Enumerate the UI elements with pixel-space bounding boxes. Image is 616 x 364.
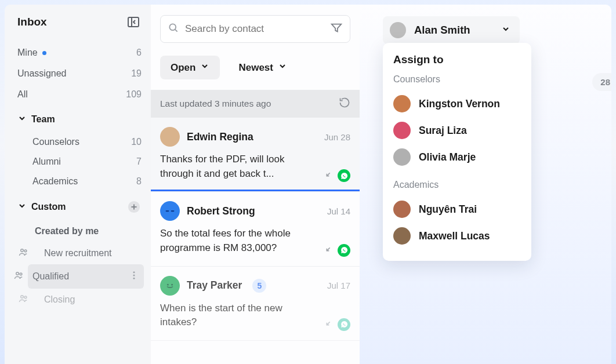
face-icon — [165, 282, 175, 289]
sidebar-section-custom[interactable]: Custom — [17, 192, 144, 219]
sidebar-filter-mine[interactable]: Mine 6 — [17, 43, 144, 63]
team-label: Academics — [32, 176, 78, 187]
sidebar-filter-all[interactable]: All 109 — [17, 85, 144, 104]
avatar — [160, 276, 180, 296]
dropdown-section-label: Academics — [393, 180, 521, 190]
incoming-arrow-icon — [324, 170, 333, 181]
incoming-arrow-icon — [324, 245, 333, 256]
conversation-row[interactable]: Tray Parker 5 Jul 17 When is the start o… — [151, 267, 360, 341]
avatar — [393, 148, 411, 166]
face-icon — [165, 208, 175, 214]
chevron-down-icon — [278, 61, 287, 74]
sidebar-filter-unassigned[interactable]: Unassigned 19 — [17, 64, 144, 83]
conversation-list: Open Newest Last updated 3 minutes ago E… — [151, 5, 360, 364]
section-label: Custom — [31, 202, 66, 212]
incoming-arrow-icon — [324, 319, 333, 330]
sidebar-team-counselors[interactable]: Counselors 10 — [32, 132, 144, 152]
whatsapp-icon — [338, 318, 350, 331]
sidebar-custom-new-recruitment[interactable]: New recruitment — [32, 242, 144, 264]
person-name: Maxwell Lucas — [419, 230, 490, 242]
status-filter-open[interactable]: Open — [160, 56, 220, 79]
filter-label: All — [17, 89, 28, 100]
sidebar-custom-closing[interactable]: Closing — [32, 289, 144, 311]
conversation-row[interactable]: Edwin Regina Jun 28 Thanks for the PDF, … — [151, 118, 360, 192]
conversation-date: Jul 14 — [327, 206, 350, 216]
more-icon[interactable] — [129, 270, 139, 283]
svg-point-13 — [24, 296, 27, 299]
assign-option[interactable]: Maxwell Lucas — [393, 223, 521, 249]
inbox-title: Inbox — [17, 16, 47, 28]
filter-count: 19 — [131, 68, 142, 79]
conversation-date: Jun 28 — [324, 132, 350, 142]
team-label: Alumni — [32, 156, 61, 167]
person-name: Kingston Vernon — [419, 98, 500, 110]
filter-icon[interactable] — [330, 21, 343, 37]
avatar — [393, 95, 411, 112]
add-custom-icon[interactable] — [128, 201, 140, 213]
sidebar-team-academics[interactable]: Academics 8 — [32, 172, 144, 191]
search-input-container[interactable] — [160, 15, 350, 43]
unread-indicator-icon — [42, 51, 46, 55]
svg-point-12 — [21, 296, 24, 299]
chevron-down-icon — [17, 201, 27, 213]
conversation-name: Robert Strong — [187, 205, 255, 217]
section-label: Team — [31, 114, 55, 125]
conversation-date: Jul 17 — [327, 281, 350, 290]
svg-point-5 — [21, 249, 24, 252]
sidebar: Inbox Mine 6 Unassigned 19 All 109 — [5, 5, 151, 364]
assign-option[interactable]: Nguyên Trai — [393, 196, 521, 223]
avatar — [393, 227, 411, 245]
team-label: Counselors — [32, 137, 79, 147]
conversation-detail-area: Alan Smith Assign to Counselors Kingston… — [360, 5, 611, 364]
sidebar-section-team[interactable]: Team — [17, 105, 144, 131]
svg-point-11 — [133, 278, 135, 279]
sort-filter-newest[interactable]: Newest — [228, 56, 298, 79]
person-name: Olivia Marje — [419, 151, 476, 163]
conversation-preview: Thanks for the PDF, will look through it… — [160, 152, 350, 181]
conversation-preview: So the total fees for the whole programm… — [160, 227, 350, 255]
assign-option[interactable]: Suraj Liza — [393, 117, 521, 144]
svg-point-19 — [171, 283, 173, 285]
person-name: Suraj Liza — [419, 125, 467, 137]
whatsapp-icon — [338, 169, 350, 182]
conversation-preview: When is the start of the new intakes? — [160, 301, 350, 330]
search-input[interactable] — [185, 23, 324, 35]
date-pill: 28 — [592, 73, 611, 91]
avatar — [393, 201, 411, 218]
sidebar-team-alumni[interactable]: Alumni 7 — [32, 152, 144, 172]
assign-option[interactable]: Olivia Marje — [393, 144, 521, 170]
chevron-down-icon — [17, 114, 27, 125]
svg-point-6 — [24, 250, 27, 252]
avatar — [393, 122, 411, 139]
refresh-icon[interactable] — [339, 97, 350, 111]
filter-count: 6 — [136, 48, 142, 58]
conversation-row[interactable]: Robert Strong Jul 14 So the total fees f… — [151, 192, 360, 266]
users-icon — [19, 293, 29, 306]
chip-label: Newest — [238, 62, 273, 74]
assignee-dropdown-button[interactable]: Alan Smith — [383, 16, 520, 44]
filter-label: Unassigned — [17, 68, 67, 79]
custom-label: Closing — [44, 294, 75, 305]
sidebar-custom-created-by-me[interactable]: Created by me — [32, 220, 144, 242]
avatar — [390, 22, 406, 38]
conversation-name: Tray Parker — [187, 279, 242, 292]
unread-count-badge: 5 — [252, 279, 266, 293]
team-count: 10 — [131, 137, 142, 147]
person-name: Nguyên Trai — [419, 203, 477, 216]
custom-label: New recruitment — [44, 248, 111, 259]
assignee-name: Alan Smith — [414, 24, 470, 37]
last-updated-text: Last updated 3 minutes ago — [160, 99, 271, 109]
svg-point-10 — [133, 275, 135, 276]
custom-label: Qualified — [32, 271, 69, 282]
svg-point-7 — [16, 272, 19, 275]
team-count: 8 — [136, 176, 142, 187]
last-updated-bar: Last updated 3 minutes ago — [151, 90, 360, 118]
collapse-sidebar-icon[interactable] — [126, 15, 140, 29]
custom-label: Created by me — [35, 226, 99, 236]
assign-option[interactable]: Kingston Vernon — [393, 90, 521, 117]
chevron-down-icon — [200, 61, 209, 74]
sidebar-custom-qualified[interactable]: Qualified — [28, 264, 144, 289]
svg-point-18 — [167, 283, 169, 285]
conversation-name: Edwin Regina — [187, 131, 253, 143]
chip-label: Open — [171, 62, 195, 74]
